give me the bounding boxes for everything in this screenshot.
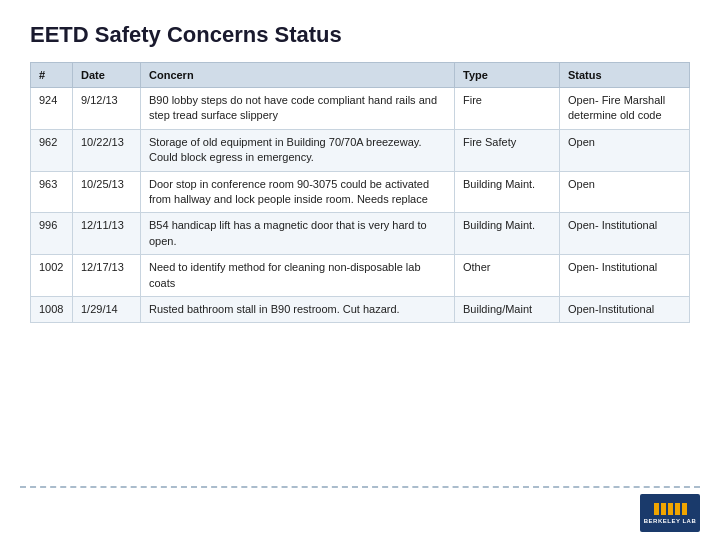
cell-type: Building/Maint <box>455 296 560 322</box>
cell-date: 12/17/13 <box>73 255 141 297</box>
safety-concerns-table: # Date Concern Type Status 9249/12/13B90… <box>30 62 690 323</box>
table-row: 99612/11/13B54 handicap lift has a magne… <box>31 213 690 255</box>
cell-status: Open- Institutional <box>560 213 690 255</box>
cell-num: 1008 <box>31 296 73 322</box>
table-row: 9249/12/13B90 lobby steps do not have co… <box>31 88 690 130</box>
cell-concern: B54 handicap lift has a magnetic door th… <box>141 213 455 255</box>
cell-type: Fire Safety <box>455 129 560 171</box>
header-date: Date <box>73 63 141 88</box>
table-row: 10081/29/14Rusted bathroom stall in B90 … <box>31 296 690 322</box>
cell-num: 924 <box>31 88 73 130</box>
cell-num: 1002 <box>31 255 73 297</box>
cell-concern: Need to identify method for cleaning non… <box>141 255 455 297</box>
logo-text: BERKELEY LAB <box>644 518 697 524</box>
stripe-2 <box>661 503 666 515</box>
stripe-4 <box>675 503 680 515</box>
cell-date: 10/25/13 <box>73 171 141 213</box>
table-row: 96310/25/13Door stop in conference room … <box>31 171 690 213</box>
page-title: EETD Safety Concerns Status <box>30 22 690 48</box>
cell-date: 1/29/14 <box>73 296 141 322</box>
cell-date: 9/12/13 <box>73 88 141 130</box>
page-content: EETD Safety Concerns Status # Date Conce… <box>0 0 720 323</box>
cell-type: Building Maint. <box>455 213 560 255</box>
cell-status: Open-Institutional <box>560 296 690 322</box>
header-type: Type <box>455 63 560 88</box>
cell-date: 12/11/13 <box>73 213 141 255</box>
header-num: # <box>31 63 73 88</box>
cell-date: 10/22/13 <box>73 129 141 171</box>
bottom-divider <box>20 486 700 488</box>
cell-type: Fire <box>455 88 560 130</box>
cell-status: Open <box>560 129 690 171</box>
cell-num: 963 <box>31 171 73 213</box>
logo-area: BERKELEY LAB <box>640 494 700 532</box>
header-status: Status <box>560 63 690 88</box>
cell-concern: Rusted bathroom stall in B90 restroom. C… <box>141 296 455 322</box>
cell-num: 962 <box>31 129 73 171</box>
cell-type: Building Maint. <box>455 171 560 213</box>
cell-status: Open <box>560 171 690 213</box>
cell-concern: Door stop in conference room 90-3075 cou… <box>141 171 455 213</box>
cell-concern: Storage of old equipment in Building 70/… <box>141 129 455 171</box>
cell-type: Other <box>455 255 560 297</box>
cell-concern: B90 lobby steps do not have code complia… <box>141 88 455 130</box>
cell-status: Open- Fire Marshall determine old code <box>560 88 690 130</box>
stripe-5 <box>682 503 687 515</box>
table-row: 100212/17/13Need to identify method for … <box>31 255 690 297</box>
header-concern: Concern <box>141 63 455 88</box>
stripe-1 <box>654 503 659 515</box>
stripe-3 <box>668 503 673 515</box>
cell-num: 996 <box>31 213 73 255</box>
table-row: 96210/22/13Storage of old equipment in B… <box>31 129 690 171</box>
berkeley-lab-logo: BERKELEY LAB <box>640 494 700 532</box>
cell-status: Open- Institutional <box>560 255 690 297</box>
logo-stripes <box>654 503 687 515</box>
